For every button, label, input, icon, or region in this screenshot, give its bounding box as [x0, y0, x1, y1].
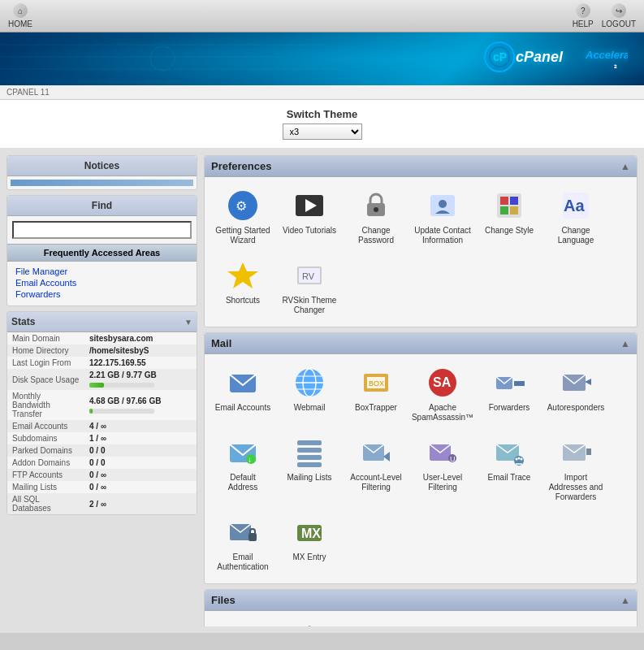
- mail-collapse-arrow[interactable]: ▲: [620, 338, 630, 349]
- icon-diskspace[interactable]: Disk Space Usage: [478, 618, 541, 626]
- notices-bar: [11, 180, 193, 186]
- userfilter-icon: U: [426, 436, 460, 470]
- theme-select[interactable]: x3 paper_lantern default: [283, 124, 362, 140]
- stats-value: 0 / ∞: [84, 481, 197, 493]
- svg-point-18: [439, 200, 447, 208]
- icon-filemanager[interactable]: 📁 File Manager: [344, 618, 408, 626]
- freq-link-filemanager[interactable]: File Manager: [15, 266, 188, 276]
- email-label: Email Accounts: [215, 403, 270, 413]
- icon-rvskin[interactable]: RV RVSkin Theme Changer: [278, 254, 341, 320]
- icon-accountfilter[interactable]: Account-Level Filtering: [344, 431, 408, 507]
- left-panel: Notices Find Frequently Accessed Areas F…: [6, 155, 197, 626]
- mailinglists-label: Mailing Lists: [287, 473, 331, 483]
- stats-row: Monthly Bandwidth Transfer 4.68 GB / 97.…: [7, 390, 197, 420]
- icon-defaultaddress[interactable]: ↓ Default Address: [211, 431, 274, 507]
- stats-label: Email Accounts: [7, 420, 84, 432]
- svg-rect-21: [510, 197, 518, 205]
- email-icon: [226, 366, 260, 400]
- icon-language[interactable]: Aa Change Language: [544, 184, 607, 250]
- icon-backupwizard[interactable]: ↻ Backup Wizard: [278, 618, 341, 626]
- language-icon: Aa: [559, 188, 593, 223]
- stats-row: Home Directory /home/sitesbyS: [7, 344, 197, 357]
- icon-password[interactable]: Change Password: [344, 184, 408, 250]
- svg-rect-51: [297, 462, 322, 467]
- contact-label: Update Contact Information: [414, 226, 471, 245]
- find-input[interactable]: [12, 221, 192, 239]
- icon-emailauth[interactable]: Email Authentication: [211, 510, 274, 577]
- contact-icon: [426, 188, 460, 223]
- video-label: Video Tutorials: [283, 226, 336, 236]
- icon-shortcuts[interactable]: Shortcuts: [211, 254, 274, 320]
- breadcrumb: CPANEL 11: [0, 85, 644, 100]
- icon-webmail[interactable]: Webmail: [278, 361, 341, 427]
- icon-spamassassin[interactable]: SA Apache SpamAssassin™: [411, 361, 474, 427]
- backups-icon: [226, 622, 260, 626]
- icon-boxtrapper[interactable]: BOX BoxTrapper: [344, 361, 408, 427]
- stats-label: Addon Domains: [7, 457, 84, 469]
- svg-text:cP: cP: [493, 50, 507, 63]
- spamassassin-icon: SA: [426, 366, 460, 400]
- logout-icon: ↪: [612, 3, 626, 18]
- files-header: Files ▲: [205, 590, 637, 611]
- autoresponders-icon: [559, 366, 593, 400]
- diskspace-icon: [492, 622, 526, 626]
- icon-legacyfilemanager[interactable]: Legacy File Manager: [411, 618, 474, 626]
- legacyfilemanager-icon: [426, 622, 460, 626]
- stats-row: All SQL Databases 2 / ∞: [7, 493, 197, 514]
- stats-row: Subdomains 1 / ∞: [7, 432, 197, 444]
- icon-webdisk[interactable]: WD Web Disk: [544, 618, 607, 626]
- freq-link-emailaccounts[interactable]: Email Accounts: [15, 278, 188, 288]
- icon-autoresponders[interactable]: Autoresponders: [544, 361, 607, 427]
- preferences-section: Preferences ▲ ⚙ Getting Started Wizard V…: [204, 155, 638, 327]
- stats-value: 2.21 GB / 9.77 GB: [84, 369, 197, 390]
- defaultaddress-icon: ↓: [226, 436, 260, 470]
- icon-emailtrace[interactable]: Email Trace: [478, 431, 541, 507]
- emailtrace-icon: [492, 436, 526, 470]
- webdisk-icon: WD: [559, 622, 593, 626]
- icon-userfilter[interactable]: U User-Level Filtering: [411, 431, 474, 507]
- icon-importaddress[interactable]: Import Addresses and Forwarders: [544, 431, 607, 507]
- svg-text:RV: RV: [302, 271, 315, 281]
- svg-point-60: [516, 458, 518, 461]
- stats-value: 0 / ∞: [84, 469, 197, 481]
- stats-value: 122.175.169.55: [84, 357, 197, 369]
- svg-text:↓: ↓: [248, 455, 252, 464]
- freq-link-forwarders[interactable]: Forwarders: [15, 289, 188, 299]
- icon-video[interactable]: Video Tutorials: [278, 184, 341, 250]
- stats-value: 2 / ∞: [84, 493, 197, 514]
- icon-wizard[interactable]: ⚙ Getting Started Wizard: [211, 184, 274, 250]
- icon-forwarders[interactable]: Forwarders: [478, 361, 541, 427]
- theme-label: Switch Theme: [8, 108, 636, 120]
- svg-text:₂: ₂: [614, 62, 617, 70]
- stats-row: Mailing Lists 0 / ∞: [7, 481, 197, 493]
- stats-collapse-arrow[interactable]: ▼: [184, 318, 192, 327]
- preferences-collapse-arrow[interactable]: ▲: [620, 161, 630, 172]
- svg-point-16: [374, 207, 378, 212]
- stats-table: Main Domain sitesbysara.com Home Directo…: [7, 332, 197, 514]
- icon-email[interactable]: Email Accounts: [211, 361, 274, 427]
- stats-section: Stats ▼ Main Domain sitesbysara.com Home…: [6, 311, 197, 515]
- files-collapse-arrow[interactable]: ▲: [620, 595, 630, 606]
- mailinglists-icon: [292, 436, 326, 470]
- icon-style[interactable]: Change Style: [478, 184, 541, 250]
- preferences-header: Preferences ▲: [205, 156, 637, 177]
- icon-mailinglists[interactable]: Mailing Lists: [278, 431, 341, 507]
- stats-label: Mailing Lists: [7, 481, 84, 493]
- wizard-label: Getting Started Wizard: [214, 226, 271, 245]
- icon-backups[interactable]: Backups: [211, 618, 274, 626]
- icon-contact[interactable]: Update Contact Information: [411, 184, 474, 250]
- home-button[interactable]: ⌂ HOME: [8, 3, 32, 28]
- svg-rect-50: [297, 455, 322, 460]
- filemanager-icon: 📁: [359, 622, 393, 626]
- accountfilter-icon: [359, 436, 393, 470]
- stats-value: /home/sitesbyS: [84, 344, 197, 357]
- icon-mxentry[interactable]: MX MX Entry: [278, 510, 341, 577]
- stats-label: Last Login From: [7, 357, 84, 369]
- brand-logo: cP cPanel Accelerated ₂: [482, 41, 628, 78]
- stats-row: Addon Domains 0 / 0: [7, 457, 197, 469]
- svg-text:Accelerated: Accelerated: [585, 49, 628, 61]
- emailauth-icon: [226, 515, 260, 549]
- help-button[interactable]: ? HELP: [573, 3, 594, 28]
- svg-rect-66: [249, 533, 257, 541]
- logout-button[interactable]: ↪ LOGOUT: [602, 3, 636, 28]
